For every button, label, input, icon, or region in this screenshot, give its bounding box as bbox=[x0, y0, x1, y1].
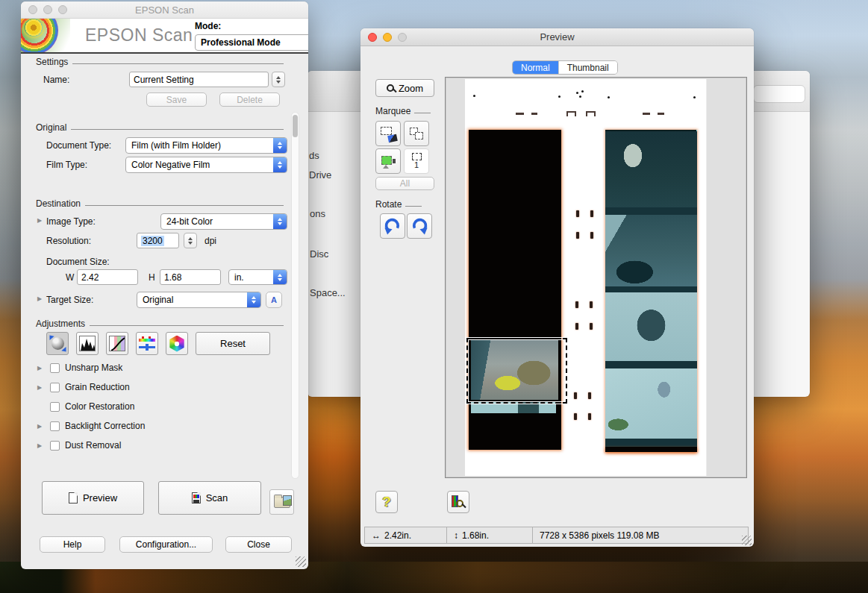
epson-titlebar[interactable]: EPSON Scan bbox=[21, 1, 308, 19]
scanned-film-holder[interactable] bbox=[465, 79, 707, 476]
window-controls bbox=[368, 33, 407, 42]
film-strip-right[interactable] bbox=[605, 130, 697, 452]
settings-scrollbar[interactable] bbox=[291, 112, 299, 479]
duplicate-marquee-button[interactable] bbox=[404, 121, 429, 146]
backlight-correction-row: ▶ Backlight Correction bbox=[37, 421, 145, 431]
width-label: W bbox=[66, 272, 74, 283]
status-pixels-size: 7728 x 5386 pixels 119.08 MB bbox=[532, 527, 748, 543]
close-window-button[interactable] bbox=[28, 5, 37, 14]
preview-titlebar[interactable]: Preview bbox=[360, 28, 754, 46]
disclosure-triangle-icon[interactable]: ▶ bbox=[37, 384, 45, 391]
unsharp-mask-checkbox[interactable] bbox=[50, 363, 60, 373]
resolution-stepper[interactable] bbox=[184, 233, 197, 248]
rotate-left-button[interactable] bbox=[380, 213, 405, 239]
magnifier-icon bbox=[387, 84, 394, 92]
stepper-icon bbox=[247, 292, 260, 307]
zoom-window-button[interactable] bbox=[58, 5, 67, 14]
resolution-input[interactable]: 3200 bbox=[137, 233, 179, 248]
tab-thumbnail[interactable]: Thumbnail bbox=[558, 61, 617, 74]
delete-marquee-button[interactable] bbox=[375, 121, 401, 146]
image-adjustment-button[interactable] bbox=[136, 332, 158, 355]
zoom-button[interactable]: Zoom bbox=[375, 79, 434, 97]
letter-a-page-icon: A bbox=[271, 295, 277, 304]
target-size-options-button[interactable]: A bbox=[266, 292, 282, 308]
color-restoration-checkbox[interactable] bbox=[50, 402, 60, 412]
disclosure-triangle-icon[interactable]: ▶ bbox=[37, 217, 45, 224]
green-image-icon bbox=[381, 156, 395, 167]
rotate-right-button[interactable] bbox=[407, 213, 432, 239]
preview-viewport[interactable] bbox=[445, 77, 747, 478]
sidebar-item-fragment[interactable]: Drive bbox=[309, 169, 331, 181]
marquee-preview-button[interactable] bbox=[375, 148, 401, 174]
selection-marquee[interactable] bbox=[466, 338, 567, 404]
image-type-select[interactable]: 24-bit Color bbox=[160, 213, 287, 230]
reset-button[interactable]: Reset bbox=[196, 332, 270, 355]
all-marquees-button[interactable]: All bbox=[375, 177, 434, 190]
sidebar-item-fragment[interactable]: Space... bbox=[310, 287, 346, 298]
delete-button[interactable]: Delete bbox=[219, 92, 280, 107]
help-button[interactable]: Help bbox=[40, 536, 105, 553]
densitometer-button[interactable] bbox=[447, 491, 469, 513]
sidebar-item-fragment[interactable]: ds bbox=[309, 150, 319, 161]
close-window-button[interactable] bbox=[368, 33, 377, 42]
checkbox-label: Grain Reduction bbox=[65, 382, 130, 392]
disclosure-triangle-icon[interactable]: ▶ bbox=[37, 365, 45, 371]
sidebar-item-fragment[interactable]: ons bbox=[310, 208, 325, 219]
backlight-correction-checkbox[interactable] bbox=[50, 421, 60, 431]
file-save-settings-button[interactable] bbox=[269, 489, 294, 515]
auto-exposure-button[interactable] bbox=[46, 332, 69, 355]
preview-statusbar: ↔ 2.42in. ↕ 1.68in. 7728 x 5386 pixels 1… bbox=[364, 527, 749, 544]
film-index-mark bbox=[590, 232, 593, 239]
film-type-select[interactable]: Color Negative Film bbox=[125, 157, 287, 173]
size-unit-select[interactable]: in. bbox=[228, 269, 287, 285]
resize-grip[interactable] bbox=[296, 556, 306, 567]
close-button[interactable]: Close bbox=[225, 536, 292, 553]
histogram-button[interactable] bbox=[76, 332, 99, 355]
target-size-select[interactable]: Original bbox=[137, 292, 261, 308]
film-index-mark bbox=[590, 210, 593, 217]
disclosure-triangle-icon[interactable]: ▶ bbox=[37, 295, 45, 302]
grain-reduction-checkbox[interactable] bbox=[50, 383, 60, 392]
film-frame[interactable] bbox=[605, 368, 697, 439]
mode-select[interactable]: Professional Mode bbox=[195, 34, 308, 51]
search-field[interactable] bbox=[753, 85, 805, 103]
preview-button[interactable]: Preview bbox=[42, 481, 144, 515]
setting-name-input[interactable]: Current Setting bbox=[129, 72, 269, 87]
height-input[interactable]: 1.68 bbox=[160, 269, 221, 285]
resize-grip[interactable] bbox=[742, 536, 752, 545]
setting-name-stepper[interactable] bbox=[272, 72, 285, 87]
document-type-value: Film (with Film Holder) bbox=[126, 140, 273, 151]
color-palette-button[interactable] bbox=[166, 332, 188, 355]
film-index-mark bbox=[575, 301, 578, 308]
film-frame[interactable] bbox=[605, 292, 697, 361]
configuration-button[interactable]: Configuration... bbox=[119, 536, 213, 553]
minimize-window-button[interactable] bbox=[43, 5, 52, 14]
film-index-mark bbox=[575, 323, 578, 330]
tone-correction-button[interactable] bbox=[106, 332, 128, 355]
dust-removal-row: ▶ Dust Removal bbox=[37, 440, 121, 451]
sidebar-item-fragment[interactable]: Disc bbox=[310, 248, 328, 260]
disclosure-triangle-icon[interactable]: ▶ bbox=[37, 442, 45, 449]
save-button[interactable]: Save bbox=[146, 92, 207, 107]
film-frame[interactable] bbox=[605, 215, 697, 286]
epson-logo-text: EPSON Scan bbox=[85, 25, 193, 46]
tab-normal[interactable]: Normal bbox=[513, 61, 558, 74]
resolution-unit-label: dpi bbox=[204, 236, 216, 246]
film-index-mark bbox=[590, 323, 593, 330]
film-index-mark bbox=[588, 413, 591, 420]
section-label: Marquee bbox=[375, 106, 410, 116]
holder-mark bbox=[643, 113, 650, 115]
marquee-number-button[interactable]: 1 bbox=[404, 148, 429, 174]
document-type-select[interactable]: Film (with Film Holder) bbox=[125, 137, 287, 154]
scan-button[interactable]: Scan bbox=[158, 481, 261, 515]
dust-removal-checkbox[interactable] bbox=[50, 441, 60, 451]
width-input[interactable]: 2.42 bbox=[77, 269, 138, 285]
zoom-window-button[interactable] bbox=[398, 33, 407, 42]
epson-scan-window: EPSON Scan EPSON Scan Mode: Professional… bbox=[21, 1, 308, 569]
epson-settings-panel: Settings Name: Current Setting Save Dele… bbox=[21, 54, 308, 569]
minimize-window-button[interactable] bbox=[383, 33, 392, 42]
disclosure-triangle-icon[interactable]: ▶ bbox=[37, 423, 45, 430]
preview-help-button[interactable]: ? bbox=[375, 491, 398, 513]
scrollbar-thumb[interactable] bbox=[293, 115, 298, 137]
film-frame[interactable] bbox=[605, 131, 697, 207]
